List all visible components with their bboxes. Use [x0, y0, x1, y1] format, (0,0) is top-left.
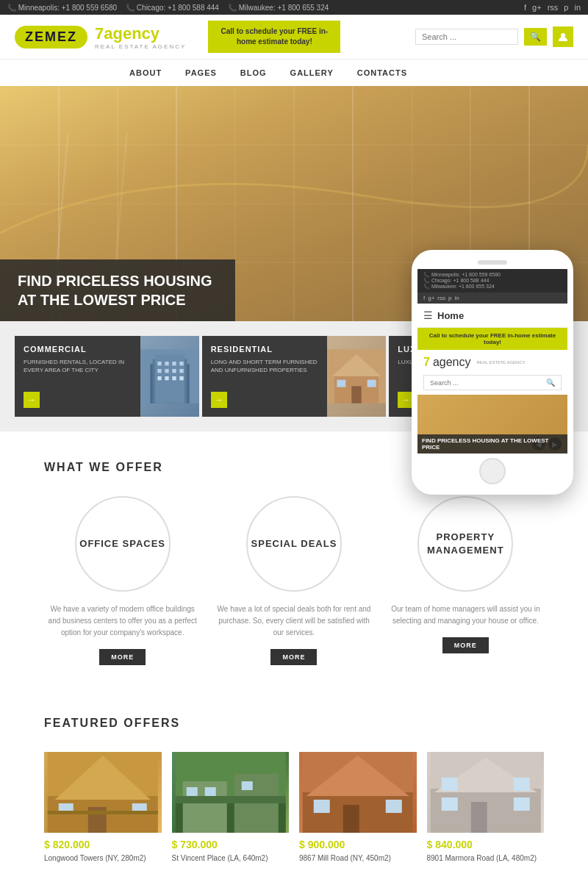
- social-icons: f g+ rss p in: [524, 3, 581, 12]
- svg-rect-71: [441, 797, 457, 811]
- header-left: ZEMEZ 7agency REAL ESTATE AGENCY Call to…: [15, 21, 340, 53]
- mobile-logo-agency: agency: [433, 356, 471, 369]
- property-1: $ 820.000 Longwood Towers (NY, 280m2): [44, 752, 162, 864]
- nav-pages[interactable]: PAGES: [173, 60, 229, 86]
- header-cta[interactable]: Call to schedule your FREE in-home estim…: [208, 21, 340, 53]
- mobile-cta-text: Call to schedule your FREE in-home estim…: [423, 332, 562, 345]
- mobile-home-button[interactable]: [479, 458, 506, 484]
- property-4-image: [427, 752, 545, 833]
- mobile-home-label: Home: [437, 310, 464, 321]
- property-2-image: [172, 752, 290, 833]
- offer-property-mgmt: PROPERTY MANAGEMENT Our team of home man…: [387, 496, 544, 665]
- category-residential-desc: LONG AND SHORT TERM FURNISHED AND UNFURN…: [211, 358, 319, 374]
- phone-minneapolis: 📞 Minneapolis: +1 800 559 6580: [7, 4, 117, 12]
- mobile-google-icon: g+: [428, 295, 434, 301]
- svg-rect-18: [157, 362, 161, 365]
- property-2-price: $ 730.000: [172, 839, 290, 850]
- google-plus-icon[interactable]: g+: [532, 3, 542, 12]
- mobile-linkedin-icon: in: [454, 295, 459, 301]
- mobile-logo-number: 7: [423, 356, 430, 369]
- offer-office-spaces: OFFICE SPACES We have a variety of moder…: [44, 496, 201, 665]
- agency-logo[interactable]: 7agency: [95, 24, 186, 43]
- offer-office-title: OFFICE SPACES: [79, 537, 165, 551]
- svg-rect-64: [343, 805, 359, 833]
- mobile-mockup: 📞 Minneapolis: +1 800 559 6580 📞 Chicago…: [412, 250, 573, 495]
- mobile-hamburger-icon[interactable]: ☰: [423, 309, 433, 321]
- hero-overlay: FIND PRICELESS HOUSING AT THE LOWEST PRI…: [0, 259, 235, 321]
- svg-rect-59: [204, 787, 215, 796]
- svg-rect-72: [513, 797, 529, 811]
- property-4-price: $ 840.000: [427, 839, 545, 850]
- mobile-search-icon[interactable]: 🔍: [546, 379, 555, 387]
- offer-mgmt-btn[interactable]: MORE: [442, 637, 489, 653]
- mobile-search-input[interactable]: [430, 379, 546, 387]
- svg-rect-33: [352, 386, 362, 403]
- offer-mgmt-circle: PROPERTY MANAGEMENT: [417, 496, 513, 592]
- rss-icon[interactable]: rss: [548, 3, 559, 12]
- property-4: $ 840.000 8901 Marmora Road (LA, 480m2): [427, 752, 545, 864]
- svg-rect-57: [175, 796, 285, 803]
- mobile-pinterest-icon: p: [448, 295, 451, 301]
- property-1-name: Longwood Towers (NY, 280m2): [44, 853, 162, 864]
- main-nav: ABOUT PAGES BLOG GALLERY CONTACTS: [0, 59, 588, 86]
- logo-area: ZEMEZ 7agency REAL ESTATE AGENCY: [15, 24, 186, 50]
- mobile-facebook-icon: f: [423, 295, 425, 301]
- hero-title: FIND PRICELESS HOUSING AT THE LOWEST PRI…: [18, 271, 218, 309]
- property-4-name: 8901 Marmora Road (LA, 480m2): [427, 853, 545, 864]
- category-residential-title: RESIDENTIAL: [211, 345, 319, 354]
- nav-about[interactable]: ABOUT: [118, 60, 173, 86]
- mobile-screen: 📞 Minneapolis: +1 800 559 6580 📞 Chicago…: [417, 269, 567, 453]
- category-residential: RESIDENTIAL LONG AND SHORT TERM FURNISHE…: [202, 336, 387, 417]
- svg-rect-28: [172, 376, 176, 380]
- nav-gallery[interactable]: GALLERY: [279, 60, 345, 86]
- category-residential-image: [327, 336, 386, 417]
- property-3-name: 9867 Mill Road (NY, 450m2): [299, 853, 417, 864]
- svg-rect-58: [186, 787, 197, 796]
- category-commercial-arrow[interactable]: →: [24, 392, 40, 408]
- top-bar: 📞 Minneapolis: +1 800 559 6580 📞 Chicago…: [0, 0, 588, 15]
- offer-mgmt-desc: Our team of home managers will assist yo…: [387, 603, 544, 627]
- svg-rect-66: [386, 800, 402, 813]
- category-commercial-info: COMMERCIAL FURNISHED RENTALS, LOCATED IN…: [15, 336, 140, 417]
- offer-office-btn[interactable]: MORE: [99, 649, 146, 665]
- search-input[interactable]: [415, 29, 518, 45]
- mobile-rss-icon: rss: [437, 295, 445, 301]
- svg-rect-52: [48, 811, 158, 814]
- offer-deals-desc: We have a lot of special deals both for …: [215, 603, 372, 639]
- nav-contacts[interactable]: CONTACTS: [345, 60, 419, 86]
- header-right: 🔍: [415, 26, 573, 47]
- linkedin-icon[interactable]: in: [574, 3, 581, 12]
- user-icon[interactable]: [553, 26, 573, 47]
- mobile-hero-title: FIND PRICELESS HOUSING AT THE LOWEST PRI…: [422, 437, 563, 451]
- offer-office-desc: We have a variety of modern office build…: [44, 603, 201, 639]
- category-residential-arrow[interactable]: →: [211, 392, 227, 408]
- property-1-price: $ 820.000: [44, 839, 162, 850]
- svg-rect-26: [157, 376, 161, 380]
- featured-grid: $ 820.000 Longwood Towers (NY, 280m2): [44, 752, 544, 864]
- svg-rect-35: [368, 380, 376, 387]
- offer-deals-btn[interactable]: MORE: [270, 649, 317, 665]
- svg-rect-23: [165, 369, 168, 373]
- mobile-phone3: 📞 Milwaukee: +1 800 655 324: [423, 284, 562, 290]
- offers-grid: OFFICE SPACES We have a variety of moder…: [44, 496, 544, 665]
- search-button[interactable]: 🔍: [524, 28, 547, 46]
- top-bar-contacts: 📞 Minneapolis: +1 800 559 6580 📞 Chicago…: [7, 4, 329, 12]
- featured-title: FEATURED OFFERS: [44, 717, 544, 730]
- svg-rect-70: [470, 802, 487, 833]
- zemez-logo[interactable]: ZEMEZ: [15, 26, 87, 49]
- svg-rect-21: [179, 362, 183, 365]
- mobile-logo-area: 7 agency REAL ESTATE AGENCY: [417, 350, 567, 375]
- category-commercial-image: [140, 336, 199, 417]
- nav-blog[interactable]: BLOG: [229, 60, 279, 86]
- svg-rect-73: [441, 778, 457, 791]
- mobile-hero-text: FIND PRICELESS HOUSING AT THE LOWEST PRI…: [417, 434, 567, 453]
- svg-rect-20: [172, 362, 176, 365]
- svg-rect-24: [172, 369, 176, 373]
- property-1-image: [44, 752, 162, 833]
- pinterest-icon[interactable]: p: [564, 3, 568, 12]
- logo-tagline: REAL ESTATE AGENCY: [95, 43, 186, 50]
- facebook-icon[interactable]: f: [524, 3, 526, 12]
- mobile-search-bar[interactable]: 🔍: [423, 375, 562, 390]
- mobile-hero: ◀ ▶ FIND PRICELESS HOUSING AT THE LOWEST…: [417, 395, 567, 453]
- header: ZEMEZ 7agency REAL ESTATE AGENCY Call to…: [0, 15, 588, 59]
